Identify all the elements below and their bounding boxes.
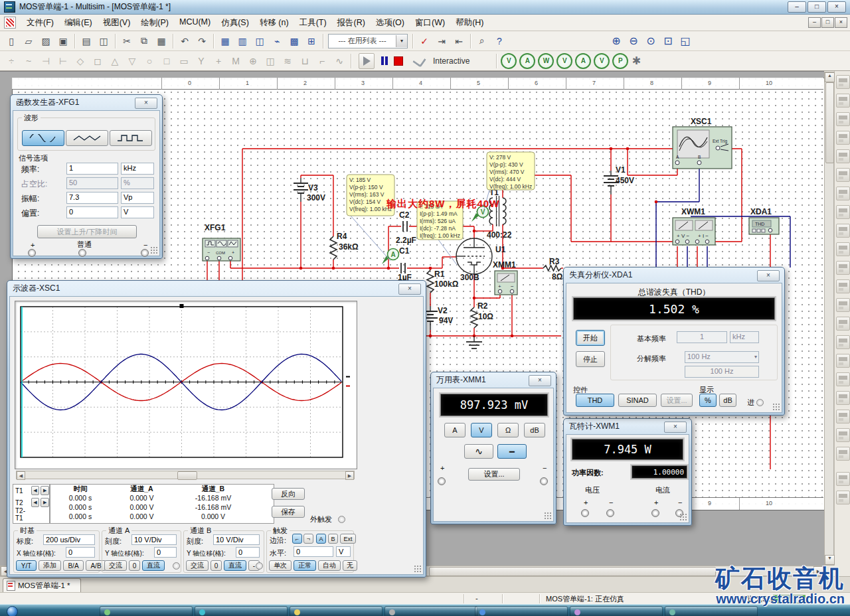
- close-icon[interactable]: ×: [135, 98, 157, 109]
- timebase-button-0[interactable]: Y/T: [16, 560, 37, 571]
- component-group-icon[interactable]: ⊣: [38, 53, 54, 69]
- edge-falling-button[interactable]: ¬: [303, 534, 313, 544]
- instrument-icon[interactable]: [836, 447, 850, 461]
- save-icon[interactable]: ▣: [55, 33, 71, 49]
- restore-icon[interactable]: □: [808, 1, 826, 13]
- da-settings-button[interactable]: 设置...: [661, 394, 693, 407]
- scroll-right-icon[interactable]: ▶: [345, 471, 354, 480]
- plus-terminal[interactable]: [438, 477, 446, 485]
- xfg-row-value[interactable]: 50: [66, 177, 118, 189]
- sinad-mode-button[interactable]: SINAD: [618, 394, 657, 407]
- set-rise-fall-button[interactable]: 设置上升/下降时间: [37, 225, 137, 238]
- instrument-icon[interactable]: [836, 224, 850, 238]
- canvas-vscrollbar[interactable]: ▲ ▼: [824, 72, 834, 566]
- xfg-row-unit[interactable]: Vp: [121, 192, 154, 204]
- component-group-icon[interactable]: △: [107, 53, 123, 69]
- common-terminal[interactable]: [78, 249, 86, 257]
- zoom-out-icon[interactable]: ⊖: [626, 33, 641, 49]
- zoom-100-icon[interactable]: ⊙: [643, 33, 659, 49]
- component-group-icon[interactable]: ◫: [262, 53, 278, 69]
- in-use-list-dropdown[interactable]: --- 在用列表 ---▾: [328, 34, 408, 48]
- scroll-left-icon[interactable]: ◀: [17, 471, 25, 480]
- db-button[interactable]: dB: [719, 394, 736, 407]
- menu-文件(F)[interactable]: 文件(F): [21, 15, 59, 31]
- mdi-minimize-icon[interactable]: –: [808, 17, 821, 28]
- minus-terminal[interactable]: [540, 477, 548, 485]
- instrument-extra-icon[interactable]: [836, 491, 850, 504]
- gear-icon[interactable]: ✱: [630, 54, 643, 68]
- menu-选项(O)[interactable]: 选项(O): [371, 15, 410, 31]
- instrument-icon[interactable]: [836, 75, 850, 89]
- close-icon[interactable]: ×: [398, 283, 421, 295]
- menu-转移 (n)[interactable]: 转移 (n): [254, 15, 294, 31]
- probe-v-icon[interactable]: V: [556, 53, 572, 69]
- grapher-icon[interactable]: ⌁: [269, 33, 285, 49]
- cut-icon[interactable]: ✂: [119, 33, 135, 49]
- postprocessor-icon[interactable]: ▩: [286, 33, 302, 49]
- cursor-left-icon[interactable]: ◀: [31, 486, 40, 495]
- erc-check-icon[interactable]: ✓: [416, 33, 432, 49]
- percent-button[interactable]: %: [699, 394, 717, 407]
- redo-icon[interactable]: ↷: [194, 33, 210, 49]
- cursor-right-icon[interactable]: ▶: [41, 498, 49, 507]
- taskbar-app-button[interactable]: [665, 606, 758, 616]
- probe-v-icon[interactable]: V: [594, 53, 610, 69]
- open-sample-icon[interactable]: ▨: [38, 33, 54, 49]
- menu-MCU(M)[interactable]: MCU(M): [174, 15, 216, 31]
- xwm1-titlebar[interactable]: 瓦特计-XWM1 ×: [564, 419, 691, 433]
- menu-绘制(P)[interactable]: 绘制(P): [135, 15, 174, 31]
- component-group-icon[interactable]: ◻: [90, 53, 106, 69]
- new-file-icon[interactable]: ▯: [3, 33, 19, 49]
- start-button[interactable]: 开始: [576, 330, 605, 346]
- spreadsheet-view-icon[interactable]: ▥: [234, 33, 250, 49]
- channel-a-row-field[interactable]: 10 V/Div: [131, 534, 177, 545]
- instrument-icon[interactable]: [836, 335, 850, 349]
- xfg-row-value[interactable]: 0: [66, 206, 118, 218]
- fundamental-freq-field[interactable]: 1: [677, 331, 727, 343]
- zoom-area-icon[interactable]: ⊡: [660, 33, 676, 49]
- edge-source-ext-button[interactable]: Ext: [340, 534, 356, 544]
- stop-button[interactable]: [394, 56, 403, 66]
- settings-button[interactable]: 设置...: [468, 468, 520, 481]
- find-icon[interactable]: ⌕: [474, 33, 490, 49]
- probe-p-icon[interactable]: P: [612, 53, 628, 69]
- component-group-icon[interactable]: ∿: [331, 53, 347, 69]
- help-icon[interactable]: ?: [491, 33, 507, 49]
- taskbar-app-button[interactable]: [384, 606, 477, 616]
- probe-w-icon[interactable]: W: [538, 53, 554, 69]
- start-button[interactable]: [7, 606, 18, 616]
- instrument-extra-icon[interactable]: [836, 472, 850, 486]
- channel-b-row-field[interactable]: 0: [236, 547, 260, 558]
- instrument-icon[interactable]: [836, 261, 850, 275]
- scope-scrollbar[interactable]: ◀ ▶: [16, 471, 355, 479]
- channel-b-button-1[interactable]: 0: [211, 560, 222, 571]
- chevron-down-icon[interactable]: ▾: [396, 35, 407, 47]
- timebase-button-2[interactable]: B/A: [63, 560, 84, 571]
- xda1-titlebar[interactable]: 失真分析仪-XDA1 ×: [564, 268, 784, 282]
- taskbar-app-button[interactable]: [100, 606, 193, 616]
- forward-annotate-icon[interactable]: ⇤: [451, 33, 467, 49]
- channel-b-button-0[interactable]: 交流: [186, 560, 209, 571]
- channel-a-terminal[interactable]: [173, 562, 180, 570]
- design-toolbox-icon[interactable]: ▦: [217, 33, 233, 49]
- xfg-row-value[interactable]: 1: [66, 163, 118, 175]
- open-file-icon[interactable]: ▱: [21, 33, 37, 49]
- component-group-icon[interactable]: ⊕: [245, 53, 261, 69]
- instrument-icon[interactable]: [836, 168, 850, 182]
- component-group-icon[interactable]: ▭: [176, 53, 192, 69]
- trigger-button-2[interactable]: 自动: [318, 560, 341, 571]
- component-group-icon[interactable]: ▽: [124, 53, 140, 69]
- xfg1-titlebar[interactable]: 函数发生器-XFG1 ×: [11, 95, 162, 110]
- instrument-icon[interactable]: [836, 205, 850, 219]
- close-icon[interactable]: ×: [664, 422, 687, 433]
- minus-terminal[interactable]: [141, 249, 149, 257]
- probe-a-icon[interactable]: A: [519, 53, 535, 69]
- scroll-right-icon[interactable]: ▶: [813, 566, 823, 576]
- square-wave-button[interactable]: [110, 130, 152, 146]
- instrument-icon[interactable]: [836, 428, 850, 442]
- copy-icon[interactable]: ⧉: [136, 33, 152, 49]
- vscroll-thumb[interactable]: [825, 82, 834, 163]
- database-manager-icon[interactable]: ◫: [252, 33, 268, 49]
- menu-窗口(W)[interactable]: 窗口(W): [410, 15, 450, 31]
- component-group-icon[interactable]: □: [159, 53, 175, 69]
